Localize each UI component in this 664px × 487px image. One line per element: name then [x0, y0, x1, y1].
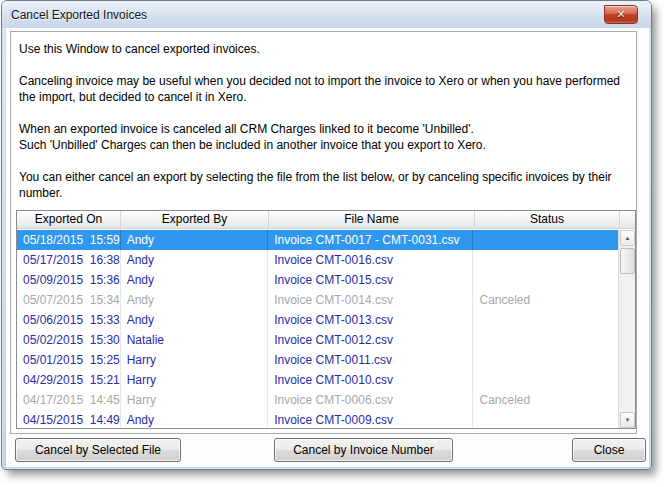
- cell-exported-on: 05/07/2015 15:34: [17, 290, 121, 310]
- close-window-button[interactable]: ✕: [604, 5, 638, 24]
- cell-status: [473, 250, 618, 270]
- close-button[interactable]: Close: [572, 438, 646, 462]
- scrollbar-thumb[interactable]: [620, 248, 635, 274]
- intro-paragraph-3-line-2: Such 'Unbilled' Charges can then be incl…: [19, 138, 486, 152]
- scroll-down-button[interactable]: ▼: [620, 412, 635, 428]
- title-bar[interactable]: Cancel Exported Invoices: [2, 1, 651, 28]
- cell-file-name: Invoice CMT-0012.csv: [268, 330, 473, 350]
- cell-exported-by: Andy: [121, 230, 269, 250]
- scroll-down-icon: ▼: [625, 417, 631, 423]
- cell-exported-on: 05/02/2015 15:30: [17, 330, 121, 350]
- invoice-table: Exported On Exported By File Name Status…: [16, 210, 636, 429]
- cell-file-name: Invoice CMT-0009.csv: [268, 410, 473, 428]
- table-row[interactable]: 05/02/2015 15:30 Natalie Invoice CMT-001…: [17, 330, 618, 350]
- cell-status: [473, 230, 618, 250]
- column-header-exported-by[interactable]: Exported By: [121, 211, 269, 228]
- table-row[interactable]: 05/06/2015 15:33 Andy Invoice CMT-0013.c…: [17, 310, 618, 330]
- cell-exported-by: Andy: [121, 410, 269, 428]
- cell-exported-on: 05/09/2015 15:36: [17, 270, 121, 290]
- scroll-up-icon: ▲: [625, 235, 631, 241]
- intro-text: Use this Window to cancel exported invoi…: [11, 32, 636, 201]
- cell-exported-by: Harry: [121, 370, 269, 390]
- cell-status: [473, 330, 618, 350]
- cell-exported-on: 05/06/2015 15:33: [17, 310, 121, 330]
- cell-exported-on: 05/01/2015 15:25: [17, 350, 121, 370]
- intro-paragraph-4: You can either cancel an export by selec…: [19, 169, 625, 201]
- vertical-scrollbar[interactable]: ▲ ▼: [618, 230, 635, 428]
- intro-paragraph-3: When an exported invoice is canceled all…: [19, 121, 625, 153]
- cell-exported-on: 04/17/2015 14:45: [17, 390, 121, 410]
- cancel-by-selected-file-button[interactable]: Cancel by Selected File: [15, 438, 181, 462]
- table-row[interactable]: 05/01/2015 15:25 Harry Invoice CMT-0011.…: [17, 350, 618, 370]
- cell-exported-by: Andy: [121, 290, 269, 310]
- table-rows: 05/18/2015 15:59 Andy Invoice CMT-0017 -…: [17, 230, 618, 428]
- cell-status: [473, 370, 618, 390]
- cell-file-name: Invoice CMT-0015.csv: [268, 270, 473, 290]
- cell-status: [473, 310, 618, 330]
- cell-file-name: Invoice CMT-0014.csv: [268, 290, 473, 310]
- cell-file-name: Invoice CMT-0011.csv: [268, 350, 473, 370]
- content-panel: Use this Window to cancel exported invoi…: [10, 31, 637, 434]
- dialog-window: Cancel Exported Invoices ✕ Use this Wind…: [1, 0, 652, 470]
- cell-file-name: Invoice CMT-0013.csv: [268, 310, 473, 330]
- cell-status: [473, 350, 618, 370]
- cell-status: Canceled: [473, 290, 618, 310]
- column-header-exported-on[interactable]: Exported On: [17, 211, 121, 228]
- table-row[interactable]: 05/17/2015 16:38 Andy Invoice CMT-0016.c…: [17, 250, 618, 270]
- cell-status: Canceled: [473, 390, 618, 410]
- cell-exported-by: Natalie: [121, 330, 269, 350]
- cell-exported-by: Harry: [121, 390, 269, 410]
- table-row[interactable]: 05/18/2015 15:59 Andy Invoice CMT-0017 -…: [17, 230, 618, 250]
- cell-status: [473, 410, 618, 428]
- intro-paragraph-1: Use this Window to cancel exported invoi…: [19, 41, 625, 57]
- cell-exported-by: Andy: [121, 310, 269, 330]
- scroll-up-button[interactable]: ▲: [620, 230, 635, 246]
- table-row[interactable]: 05/09/2015 15:36 Andy Invoice CMT-0015.c…: [17, 270, 618, 290]
- cell-exported-by: Andy: [121, 250, 269, 270]
- cell-file-name: Invoice CMT-0016.csv: [268, 250, 473, 270]
- cancel-by-invoice-number-button[interactable]: Cancel by Invoice Number: [274, 438, 453, 462]
- screenshot-stage: Cancel Exported Invoices ✕ Use this Wind…: [0, 0, 664, 487]
- cell-file-name: Invoice CMT-0010.csv: [268, 370, 473, 390]
- cell-file-name: Invoice CMT-0017 - CMT-0031.csv: [268, 230, 473, 250]
- table-header: Exported On Exported By File Name Status: [17, 211, 635, 229]
- dialog-body: Use this Window to cancel exported invoi…: [6, 28, 649, 467]
- cell-exported-on: 05/18/2015 15:59: [17, 230, 121, 250]
- column-header-status[interactable]: Status: [475, 211, 620, 228]
- table-row[interactable]: 04/15/2015 14:49 Andy Invoice CMT-0009.c…: [17, 410, 618, 428]
- cell-status: [473, 270, 618, 290]
- cell-exported-on: 05/17/2015 16:38: [17, 250, 121, 270]
- cell-exported-on: 04/15/2015 14:49: [17, 410, 121, 428]
- table-row[interactable]: 04/29/2015 15:21 Harry Invoice CMT-0010.…: [17, 370, 618, 390]
- cell-file-name: Invoice CMT-0006.csv: [268, 390, 473, 410]
- intro-paragraph-3-line-1: When an exported invoice is canceled all…: [19, 122, 474, 136]
- close-icon: ✕: [616, 9, 625, 20]
- cell-exported-by: Andy: [121, 270, 269, 290]
- table-row[interactable]: 04/17/2015 14:45 Harry Invoice CMT-0006.…: [17, 390, 618, 410]
- cell-exported-by: Harry: [121, 350, 269, 370]
- table-row[interactable]: 05/07/2015 15:34 Andy Invoice CMT-0014.c…: [17, 290, 618, 310]
- page-title: Cancel Exported Invoices: [2, 8, 147, 22]
- cell-exported-on: 04/29/2015 15:21: [17, 370, 121, 390]
- intro-paragraph-2: Canceling invoice may be useful when you…: [19, 73, 625, 105]
- column-header-file-name[interactable]: File Name: [269, 211, 475, 228]
